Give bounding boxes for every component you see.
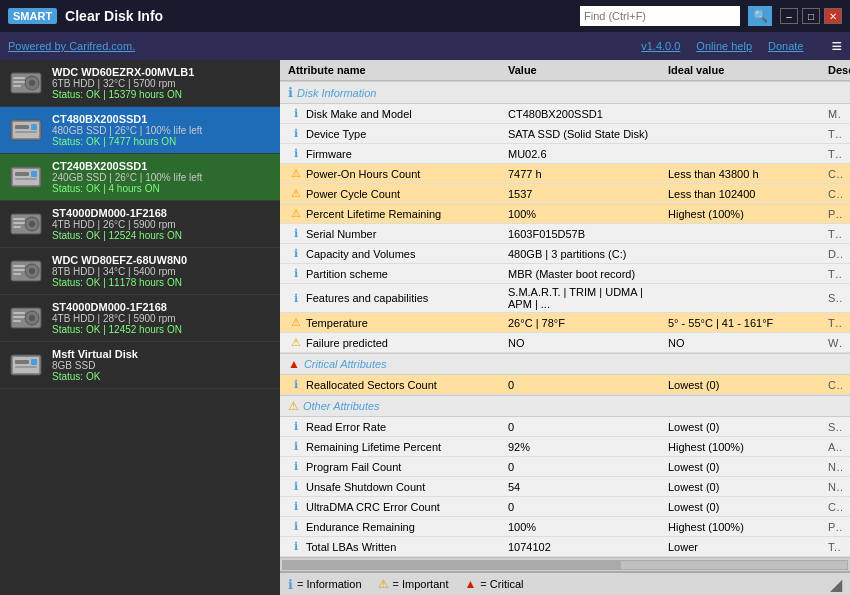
row-ideal: Highest (100%) bbox=[668, 441, 828, 453]
row-value: S.M.A.R.T. | TRIM | UDMA | APM | ... bbox=[508, 286, 668, 310]
app-title: Clear Disk Info bbox=[65, 8, 572, 24]
crit-legend-label: = Critical bbox=[480, 578, 523, 590]
svg-rect-38 bbox=[15, 366, 37, 368]
row-attr: Temperature bbox=[304, 317, 508, 329]
horizontal-scrollbar[interactable] bbox=[280, 557, 850, 571]
row-value: NO bbox=[508, 337, 668, 349]
row-info-icon: ℹ bbox=[288, 147, 304, 160]
row-info-icon: ℹ bbox=[288, 480, 304, 493]
disk-item-disk2[interactable]: CT480BX200SSD1480GB SSD | 26°C | 100% li… bbox=[0, 107, 280, 154]
table-row[interactable]: ℹTotal LBAs Written1074102LowerTotal cou bbox=[280, 537, 850, 557]
table-row[interactable]: ℹUltraDMA CRC Error Count0Lowest (0)Coun… bbox=[280, 497, 850, 517]
svg-point-2 bbox=[29, 80, 35, 86]
donate-link[interactable]: Donate bbox=[768, 40, 803, 52]
disk-item-disk5[interactable]: WDC WD80EFZ-68UW8N08TB HDD | 34°C | 5400… bbox=[0, 248, 280, 295]
powered-link[interactable]: Carifred.com bbox=[69, 40, 132, 52]
disk-item-disk4[interactable]: ST4000DM000-1F21684TB HDD | 26°C | 5900 … bbox=[0, 201, 280, 248]
svg-rect-4 bbox=[13, 81, 25, 83]
table-row[interactable]: ⚠Failure predictedNONOWhether bbox=[280, 333, 850, 353]
svg-rect-15 bbox=[15, 178, 37, 180]
col-ideal-header: Ideal value bbox=[668, 64, 828, 76]
table-row[interactable]: ⚠Power-On Hours Count7477 hLess than 438… bbox=[280, 164, 850, 184]
col-desc-header: Descript bbox=[828, 64, 850, 76]
powered-suffix: . bbox=[132, 40, 135, 52]
svg-rect-31 bbox=[13, 312, 25, 314]
table-row[interactable]: ℹSerial Number1603F015D57BThe seri bbox=[280, 224, 850, 244]
crit-legend-icon: ▲ bbox=[464, 577, 476, 591]
col-value-header: Value bbox=[508, 64, 668, 76]
table-row[interactable]: ℹPartition schemeMBR (Master boot record… bbox=[280, 264, 850, 284]
hscroll-thumb[interactable] bbox=[283, 561, 621, 569]
powered-text: Powered by bbox=[8, 40, 69, 52]
table-row[interactable]: ℹRead Error Rate0Lowest (0)Sum of d bbox=[280, 417, 850, 437]
search-button[interactable]: 🔍 bbox=[748, 6, 772, 26]
row-attr: Device Type bbox=[304, 128, 508, 140]
table-row[interactable]: ℹCapacity and Volumes480GB | 3 partition… bbox=[280, 244, 850, 264]
row-info-icon: ℹ bbox=[288, 420, 304, 433]
disk-icon-disk7 bbox=[8, 351, 44, 379]
close-button[interactable]: ✕ bbox=[824, 8, 842, 24]
row-desc: The curr bbox=[828, 148, 842, 160]
row-desc: Number bbox=[828, 481, 842, 493]
row-value: CT480BX200SSD1 bbox=[508, 108, 668, 120]
disk-details-disk7: 8GB SSD bbox=[52, 360, 272, 371]
main-layout: WDC WD60EZRX-00MVLB16TB HDD | 32°C | 570… bbox=[0, 60, 850, 595]
disk-status-disk2: Status: OK | 7477 hours ON bbox=[52, 136, 272, 147]
row-desc: Disk cap bbox=[828, 248, 842, 260]
row-desc: Percent bbox=[828, 208, 842, 220]
table-row[interactable]: ⚠Power Cycle Count1537Less than 102400Co… bbox=[280, 184, 850, 204]
row-attr: Total LBAs Written bbox=[304, 541, 508, 553]
table-row[interactable]: ℹDisk Make and ModelCT480BX200SSD1Make a… bbox=[280, 104, 850, 124]
disk-icon-disk5 bbox=[8, 257, 44, 285]
menu-links: v1.4.0.0 Online help Donate ≡ bbox=[641, 36, 842, 57]
row-warn-icon: ⚠ bbox=[288, 207, 304, 220]
table-row[interactable]: ℹProgram Fail Count0Lowest (0)Number bbox=[280, 457, 850, 477]
row-info-icon: ℹ bbox=[288, 440, 304, 453]
disk-name-disk2: CT480BX200SSD1 bbox=[52, 113, 272, 125]
disk-icon-disk2 bbox=[8, 116, 44, 144]
table-row[interactable]: ℹUnsafe Shutdown Count54Lowest (0)Number bbox=[280, 477, 850, 497]
table-row[interactable]: ℹFeatures and capabilitiesS.M.A.R.T. | T… bbox=[280, 284, 850, 313]
disk-item-disk7[interactable]: Msft Virtual Disk8GB SSDStatus: OK bbox=[0, 342, 280, 389]
table-row[interactable]: ℹRemaining Lifetime Percent92%Highest (1… bbox=[280, 437, 850, 457]
menu-bar: Powered by Carifred.com. v1.4.0.0 Online… bbox=[0, 32, 850, 60]
hamburger-menu[interactable]: ≡ bbox=[831, 36, 842, 57]
disk-icon-disk4 bbox=[8, 210, 44, 238]
section-disk-information: ℹDisk Information bbox=[280, 81, 850, 104]
row-desc: Sum of d bbox=[828, 421, 842, 433]
row-ideal: Less than 102400 bbox=[668, 188, 828, 200]
search-input[interactable] bbox=[580, 6, 740, 26]
row-info-icon: ℹ bbox=[288, 540, 304, 553]
disk-status-disk6: Status: OK | 12452 hours ON bbox=[52, 324, 272, 335]
row-desc: Make ar bbox=[828, 108, 842, 120]
row-desc: The curr bbox=[828, 317, 842, 329]
window-controls: – □ ✕ bbox=[780, 8, 842, 24]
table-row[interactable]: ⚠Temperature26°C | 78°F5° - 55°C | 41 - … bbox=[280, 313, 850, 333]
disk-item-disk3[interactable]: CT240BX200SSD1240GB SSD | 26°C | 100% li… bbox=[0, 154, 280, 201]
table-row[interactable]: ℹReallocated Sectors Count0Lowest (0)Cou… bbox=[280, 375, 850, 395]
svg-rect-10 bbox=[15, 131, 37, 133]
hscroll-track[interactable] bbox=[282, 560, 848, 570]
online-help-link[interactable]: Online help bbox=[696, 40, 752, 52]
warn-legend-icon: ⚠ bbox=[378, 577, 389, 591]
disk-name-disk1: WDC WD60EZRX-00MVLB1 bbox=[52, 66, 272, 78]
maximize-button[interactable]: □ bbox=[802, 8, 820, 24]
row-attr: Disk Make and Model bbox=[304, 108, 508, 120]
disk-item-disk6[interactable]: ST4000DM000-1F21684TB HDD | 28°C | 5900 … bbox=[0, 295, 280, 342]
row-warn-icon: ⚠ bbox=[288, 316, 304, 329]
disk-name-disk6: ST4000DM000-1F2168 bbox=[52, 301, 272, 313]
row-value: 1074102 bbox=[508, 541, 668, 553]
table-row[interactable]: ℹEndurance Remaining100%Highest (100%)Pe… bbox=[280, 517, 850, 537]
disk-details-disk6: 4TB HDD | 28°C | 5900 rpm bbox=[52, 313, 272, 324]
row-ideal: Lowest (0) bbox=[668, 461, 828, 473]
version-link[interactable]: v1.4.0.0 bbox=[641, 40, 680, 52]
title-bar: SMART Clear Disk Info 🔍 – □ ✕ bbox=[0, 0, 850, 32]
row-attr: Capacity and Volumes bbox=[304, 248, 508, 260]
table-row[interactable]: ⚠Percent Lifetime Remaining100%Highest (… bbox=[280, 204, 850, 224]
minimize-button[interactable]: – bbox=[780, 8, 798, 24]
table-row[interactable]: ℹFirmwareMU02.6The curr bbox=[280, 144, 850, 164]
corner-icon: ◢ bbox=[830, 575, 842, 594]
legend-info: ℹ = Information bbox=[288, 577, 362, 592]
table-row[interactable]: ℹDevice TypeSATA SSD (Solid State Disk)T… bbox=[280, 124, 850, 144]
disk-item-disk1[interactable]: WDC WD60EZRX-00MVLB16TB HDD | 32°C | 570… bbox=[0, 60, 280, 107]
